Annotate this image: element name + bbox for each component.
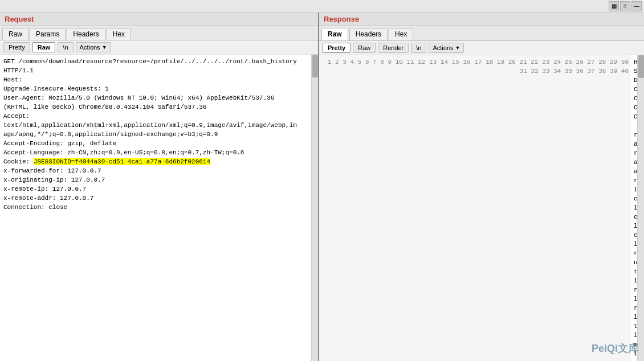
actions-label-resp: Actions: [433, 44, 453, 51]
raw-btn-req[interactable]: Raw: [32, 42, 56, 52]
request-text: GET /common/download/resource?resource=/…: [0, 55, 311, 214]
list-view-icon[interactable]: ≡: [620, 1, 630, 11]
response-content-area[interactable]: 1 2 3 4 5 6 7 8 9 10 11 12 13 14 15 16 1…: [319, 55, 637, 361]
tab-headers-req[interactable]: Headers: [67, 28, 105, 40]
main-container: ▦ ≡ — Request Raw Params Headers Hex Pre…: [0, 0, 644, 361]
request-tab-bar: Raw Params Headers Hex: [0, 26, 318, 40]
actions-btn-req[interactable]: Actions ▼: [76, 42, 111, 52]
tab-params[interactable]: Params: [30, 28, 66, 40]
tab-hex-resp[interactable]: Hex: [389, 28, 413, 40]
response-panel-header: Response: [319, 13, 644, 26]
left-panel: Request Raw Params Headers Hex Pretty Ra…: [0, 13, 319, 361]
response-scrollbar-thumb: [638, 55, 644, 78]
top-bar: ▦ ≡ —: [0, 0, 644, 13]
pretty-btn-req[interactable]: Pretty: [3, 42, 30, 52]
tab-raw-resp[interactable]: Raw: [321, 28, 348, 40]
request-content-wrapper: GET /common/download/resource?resource=/…: [0, 55, 318, 361]
response-code-content: HTTP/1.1 200 Server: nginx/1.12.2 Date: …: [630, 55, 637, 361]
right-panel: Response Raw Headers Hex Pretty Raw Rend…: [319, 13, 644, 361]
newline-btn-req[interactable]: \n: [58, 42, 73, 52]
actions-label-req: Actions: [80, 44, 100, 51]
response-toolbar: Pretty Raw Render \n Actions ▼: [319, 41, 644, 55]
response-tab-bar: Raw Headers Hex: [319, 26, 644, 41]
panels-container: Request Raw Params Headers Hex Pretty Ra…: [0, 13, 644, 361]
actions-dropdown-arrow-req: ▼: [102, 44, 107, 50]
newline-btn-resp[interactable]: \n: [411, 43, 426, 53]
response-scrollbar[interactable]: [637, 55, 644, 361]
request-panel-header: Request: [0, 13, 318, 26]
response-content-wrapper: 1 2 3 4 5 6 7 8 9 10 11 12 13 14 15 16 1…: [319, 55, 644, 361]
minimize-icon[interactable]: —: [631, 1, 642, 11]
request-toolbar: Pretty Raw \n Actions ▼: [0, 40, 318, 55]
tab-raw-req[interactable]: Raw: [2, 28, 28, 40]
pretty-btn-resp[interactable]: Pretty: [323, 43, 350, 53]
request-scrollbar-thumb: [312, 55, 318, 77]
top-bar-icons: ▦ ≡ —: [609, 1, 642, 11]
grid-view-icon[interactable]: ▦: [609, 1, 619, 11]
response-line-numbers: 1 2 3 4 5 6 7 8 9 10 11 12 13 14 15 16 1…: [319, 55, 630, 361]
raw-btn-resp[interactable]: Raw: [353, 43, 376, 53]
actions-btn-resp[interactable]: Actions ▼: [429, 43, 464, 53]
actions-dropdown-arrow-resp: ▼: [455, 45, 460, 51]
tab-headers-resp[interactable]: Headers: [349, 28, 388, 40]
request-scrollbar[interactable]: [311, 55, 318, 361]
render-btn-resp[interactable]: Render: [378, 43, 409, 53]
request-content-area[interactable]: GET /common/download/resource?resource=/…: [0, 55, 311, 361]
tab-hex-req[interactable]: Hex: [107, 28, 131, 40]
